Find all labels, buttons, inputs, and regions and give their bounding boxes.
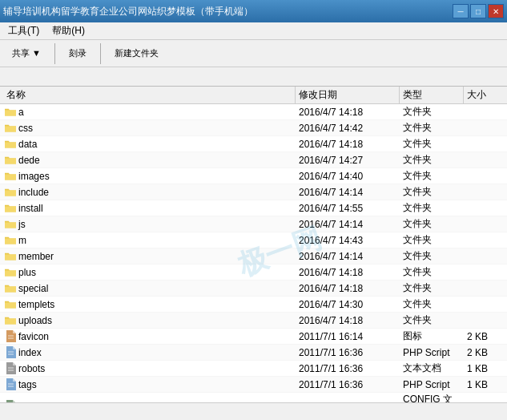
menu-help[interactable]: 帮助(H): [46, 22, 91, 39]
file-date-cell: 2016/4/7 14:43: [296, 235, 400, 246]
file-name-cell: include: [3, 187, 296, 198]
table-row[interactable]: tags 2011/7/1 16:36 PHP Script 1 KB: [0, 377, 507, 393]
col-name[interactable]: 名称: [3, 87, 296, 103]
file-name-cell: css: [3, 123, 296, 134]
file-name-cell: tags: [3, 379, 296, 390]
file-type-cell: 文件夹: [400, 169, 464, 183]
file-name-text: css: [18, 123, 33, 134]
table-row[interactable]: js 2016/4/7 14:14 文件夹: [0, 216, 507, 232]
table-row[interactable]: member 2016/4/7 14:14 文件夹: [0, 248, 507, 265]
menu-tools[interactable]: 工具(T): [2, 22, 46, 39]
file-name-text: index: [18, 347, 42, 358]
file-name-text: data: [18, 139, 37, 150]
table-row[interactable]: m 2016/4/7 14:43 文件夹: [0, 232, 507, 248]
file-date-cell: 2016/4/7 14:14: [296, 251, 400, 262]
file-type-cell: 文本文档: [400, 361, 464, 375]
file-icon: [5, 316, 16, 325]
file-type-cell: 文件夹: [400, 153, 464, 167]
file-icon: [5, 402, 16, 402]
file-name-cell: data: [3, 139, 296, 150]
file-date-cell: 2016/4/7 14:18: [296, 107, 400, 118]
close-button[interactable]: ✕: [488, 4, 504, 18]
file-size-cell: 1 KB: [464, 379, 504, 390]
file-icon: [5, 284, 16, 293]
file-name-cell: favicon: [3, 331, 296, 342]
table-row[interactable]: images 2016/4/7 14:40 文件夹: [0, 168, 507, 184]
burn-label: 刻录: [69, 47, 87, 59]
share-label: 共享 ▼: [12, 47, 41, 59]
file-size-cell: 1 KB: [464, 363, 504, 374]
file-name-cell: templets: [3, 299, 296, 310]
file-type-cell: PHP Script: [400, 379, 464, 390]
minimize-button[interactable]: ─: [453, 4, 469, 18]
file-name-cell: plus: [3, 267, 296, 278]
file-type-cell: PHP Script: [400, 347, 464, 358]
table-row[interactable]: install 2016/4/7 14:55 文件夹: [0, 200, 507, 216]
file-size-cell: 2 KB: [464, 347, 504, 358]
table-row[interactable]: uploads 2016/4/7 14:18 文件夹: [0, 313, 507, 329]
table-row[interactable]: favicon 2011/7/1 16:14 图标 2 KB: [0, 329, 507, 345]
table-row[interactable]: web 2016/3/21 18:51 CONFIG 文件: [0, 393, 507, 402]
content-area: 极一网 名称 修改日期 类型 大小 a 2016/4/7 14:18 文件夹: [0, 87, 507, 402]
file-icon: [5, 188, 16, 197]
file-icon: [5, 123, 16, 133]
file-type-cell: 图标: [400, 329, 464, 343]
file-date-cell: 2016/4/7 14:18: [296, 139, 400, 150]
file-name-text: member: [18, 251, 54, 262]
file-date-cell: 2016/4/7 14:14: [296, 187, 400, 198]
file-name-cell: install: [3, 203, 296, 214]
file-date-cell: 2016/4/7 14:42: [296, 123, 400, 134]
file-type-cell: 文件夹: [400, 201, 464, 215]
toolbar: 共享 ▼ 刻录 新建文件夹: [0, 40, 507, 67]
table-row[interactable]: data 2016/4/7 14:18 文件夹: [0, 136, 507, 152]
new-folder-button[interactable]: 新建文件夹: [106, 42, 167, 66]
file-date-cell: 2011/7/1 16:14: [296, 331, 400, 342]
file-icon: [5, 268, 16, 277]
file-icon: [5, 155, 16, 165]
file-type-cell: 文件夹: [400, 217, 464, 231]
file-icon: [5, 364, 16, 374]
file-type-cell: 文件夹: [400, 249, 464, 263]
file-name-text: m: [18, 235, 26, 246]
file-name-cell: dede: [3, 155, 296, 166]
col-type[interactable]: 类型: [400, 87, 464, 103]
share-button[interactable]: 共享 ▼: [3, 42, 50, 66]
table-row[interactable]: a 2016/4/7 14:18 文件夹: [0, 104, 507, 120]
file-name-cell: member: [3, 251, 296, 262]
file-size-cell: 2 KB: [464, 331, 504, 342]
table-row[interactable]: special 2016/4/7 14:18 文件夹: [0, 281, 507, 297]
file-date-cell: 2011/7/1 16:36: [296, 347, 400, 358]
table-row[interactable]: robots 2011/7/1 16:36 文本文档 1 KB: [0, 361, 507, 377]
file-icon: [5, 139, 16, 149]
file-name-text: include: [18, 187, 49, 198]
file-name-text: uploads: [18, 315, 52, 326]
file-icon: [5, 204, 16, 213]
file-date-cell: 2016/4/7 14:18: [296, 283, 400, 294]
col-size[interactable]: 大小: [464, 87, 504, 103]
table-row[interactable]: include 2016/4/7 14:14 文件夹: [0, 184, 507, 200]
file-list[interactable]: 名称 修改日期 类型 大小 a 2016/4/7 14:18 文件夹 cs: [0, 87, 507, 402]
file-name-text: robots: [18, 363, 45, 374]
new-folder-label: 新建文件夹: [115, 47, 159, 59]
table-row[interactable]: index 2011/7/1 16:36 PHP Script 2 KB: [0, 345, 507, 361]
file-name-cell: robots: [3, 363, 296, 374]
file-icon: [5, 236, 16, 245]
file-date-cell: 2016/4/7 14:40: [296, 171, 400, 182]
file-name-cell: uploads: [3, 315, 296, 326]
file-name-cell: special: [3, 283, 296, 294]
table-row[interactable]: dede 2016/4/7 14:27 文件夹: [0, 152, 507, 168]
table-row[interactable]: plus 2016/4/7 14:18 文件夹: [0, 265, 507, 281]
file-type-cell: 文件夹: [400, 121, 464, 135]
file-name-text: templets: [18, 299, 54, 310]
burn-button[interactable]: 刻录: [60, 42, 95, 66]
table-row[interactable]: css 2016/4/7 14:42 文件夹: [0, 120, 507, 136]
column-headers: 名称 修改日期 类型 大小: [0, 87, 507, 104]
col-date[interactable]: 修改日期: [296, 87, 400, 103]
menu-bar: 工具(T) 帮助(H): [0, 22, 507, 40]
table-row[interactable]: templets 2016/4/7 14:30 文件夹: [0, 297, 507, 313]
file-type-cell: 文件夹: [400, 281, 464, 295]
maximize-button[interactable]: □: [470, 4, 486, 18]
file-name-text: special: [18, 283, 48, 294]
status-bar: [0, 402, 507, 420]
file-name-cell: m: [3, 235, 296, 246]
